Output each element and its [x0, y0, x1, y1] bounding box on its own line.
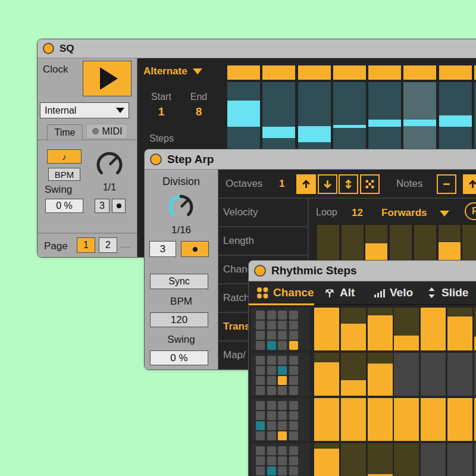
bpm-field[interactable]: 120 — [150, 312, 208, 327]
rhythmic-step-grid[interactable] — [249, 305, 476, 476]
pad[interactable] — [267, 456, 276, 465]
pad[interactable] — [278, 466, 287, 475]
notes-minus-button[interactable] — [437, 174, 456, 194]
seq-step-header[interactable] — [403, 65, 436, 80]
pad-active-teal[interactable] — [256, 421, 265, 430]
play-button[interactable] — [83, 61, 131, 96]
pad[interactable] — [289, 431, 298, 440]
pad[interactable] — [267, 386, 276, 395]
pad[interactable] — [278, 456, 287, 465]
pad[interactable] — [289, 311, 298, 320]
seq-step-header[interactable] — [333, 65, 366, 80]
end-control[interactable]: End 8 — [184, 92, 214, 118]
rhythmic-step-cell[interactable] — [314, 398, 339, 441]
pad[interactable] — [289, 321, 298, 330]
pad[interactable] — [267, 366, 276, 375]
pad[interactable] — [278, 411, 287, 420]
pad-grid[interactable] — [251, 353, 310, 396]
rhythmic-step-cell[interactable] — [314, 443, 339, 476]
tab-time[interactable]: Time — [47, 124, 83, 140]
rhythmic-step-cell[interactable] — [447, 353, 472, 396]
pad[interactable] — [289, 421, 298, 430]
rhythmic-step-cell[interactable] — [341, 308, 366, 350]
seq-step-header[interactable] — [262, 65, 295, 80]
pad[interactable] — [289, 456, 298, 465]
pad[interactable] — [289, 446, 298, 455]
rhythmic-step-cell[interactable] — [368, 443, 393, 476]
pad[interactable] — [267, 421, 276, 430]
pad[interactable] — [256, 341, 265, 350]
rhythmic-step-cell[interactable] — [394, 443, 419, 476]
pad[interactable] — [278, 386, 287, 395]
swing-field[interactable]: 0 % — [150, 350, 208, 365]
pad[interactable] — [256, 401, 265, 410]
pad[interactable] — [256, 376, 265, 385]
dotted-note-button[interactable] — [112, 199, 126, 213]
pad[interactable] — [256, 386, 265, 395]
tab-slide[interactable]: Slide — [426, 281, 468, 304]
pad[interactable] — [289, 466, 298, 475]
pad[interactable] — [267, 431, 276, 440]
octave-up-button[interactable] — [296, 174, 316, 194]
triplet-button[interactable]: 3 — [149, 241, 176, 257]
pad[interactable] — [278, 446, 287, 455]
device-on-led[interactable] — [43, 43, 54, 54]
pad-active-yellow[interactable] — [278, 431, 287, 440]
seq-step-header[interactable] — [368, 65, 401, 80]
reset-button[interactable]: RST — [465, 202, 476, 220]
rhythmic-step-cell[interactable] — [368, 398, 393, 441]
loop-value[interactable]: 12 — [352, 207, 363, 219]
seq-step-header[interactable] — [227, 65, 260, 80]
pad[interactable] — [289, 401, 298, 410]
pad[interactable] — [256, 431, 265, 440]
pad[interactable] — [267, 331, 276, 340]
octave-down-button[interactable] — [318, 174, 337, 194]
pad[interactable] — [278, 421, 287, 430]
pad[interactable] — [267, 311, 276, 320]
pad[interactable] — [256, 446, 265, 455]
direction-dropdown[interactable]: Forwards — [381, 207, 427, 219]
pad[interactable] — [267, 446, 276, 455]
octaves-value[interactable]: 1 — [279, 178, 284, 190]
rhythmic-step-cell[interactable] — [421, 443, 446, 476]
bpm-mode-button[interactable]: BPM — [48, 168, 80, 181]
rhythmic-step-cell[interactable] — [447, 443, 472, 476]
note-sync-button[interactable]: ♪ — [47, 149, 82, 164]
rhythmic-step-cell[interactable] — [447, 308, 472, 350]
pad[interactable] — [256, 366, 265, 375]
octave-updown-button[interactable] — [339, 174, 358, 194]
tab-chance[interactable]: Chance — [256, 281, 314, 304]
param-row-length[interactable]: Length — [218, 227, 308, 256]
pad-grid[interactable] — [251, 443, 310, 476]
pad[interactable] — [256, 331, 265, 340]
pad-grid[interactable] — [251, 308, 310, 350]
octave-random-button[interactable] — [360, 174, 380, 194]
pad[interactable] — [256, 466, 265, 475]
pad[interactable] — [267, 376, 276, 385]
triplet-button[interactable]: 3 — [95, 199, 109, 213]
pad-active-yellow[interactable] — [278, 376, 287, 385]
rhythmic-step-cell[interactable] — [368, 353, 393, 396]
pad-grid[interactable] — [251, 398, 310, 441]
dotted-note-button[interactable] — [181, 241, 209, 257]
device-on-led[interactable] — [254, 265, 266, 277]
pad[interactable] — [289, 411, 298, 420]
pad[interactable] — [278, 356, 287, 365]
division-knob[interactable] — [165, 191, 197, 223]
rhythmic-step-cell[interactable] — [368, 308, 393, 350]
pad[interactable] — [289, 386, 298, 395]
start-value[interactable]: 1 — [145, 105, 178, 118]
rhythmic-step-cell[interactable] — [447, 398, 472, 441]
device-on-led[interactable] — [150, 154, 162, 165]
rhythmic-step-cell[interactable] — [341, 398, 366, 441]
rhythmic-step-cell[interactable] — [314, 353, 339, 396]
swing-field[interactable]: 0 % — [45, 199, 83, 213]
pad[interactable] — [278, 341, 287, 350]
seq-step-header[interactable] — [439, 65, 472, 80]
pad[interactable] — [256, 456, 265, 465]
pad[interactable] — [289, 366, 298, 375]
pad-active-teal[interactable] — [267, 466, 276, 475]
param-row-velocity[interactable]: Velocity — [218, 199, 308, 227]
start-control[interactable]: Start 1 — [145, 92, 178, 118]
pad[interactable] — [289, 331, 298, 340]
